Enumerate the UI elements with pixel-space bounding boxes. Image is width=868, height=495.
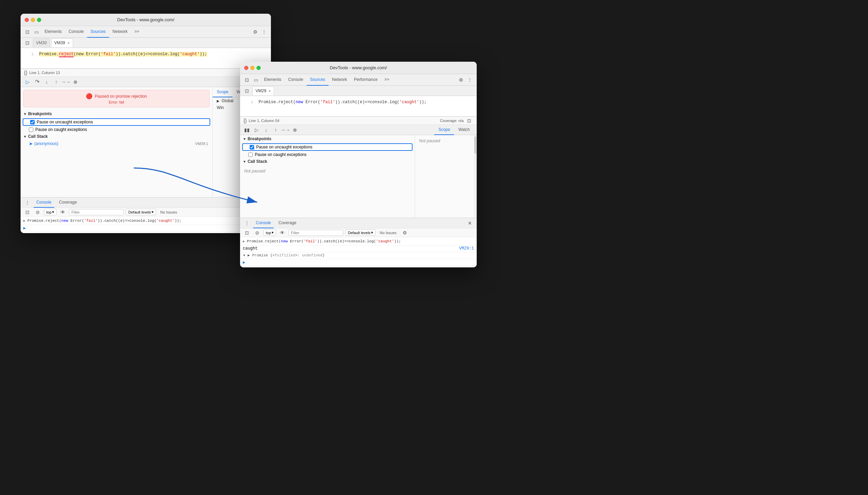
device-icon[interactable]: ▭ [32,28,40,36]
breakpoint-caught-label-1: Pause on caught exceptions [35,127,87,132]
inspect-icon-2[interactable]: ⊡ [243,76,251,84]
console-toolbar-2: ⋮ Console Coverage ✕ [240,218,477,228]
clear-console-2[interactable]: ⊘ [253,229,261,237]
coverage-tab-1[interactable]: Coverage [56,197,80,208]
breakpoint-caught-checkbox-1[interactable] [29,128,33,132]
devtools-window-2: DevTools - www.google.com/ ⊡ ▭ Elements … [240,62,477,267]
default-levels-label-1: Default levels [128,210,151,214]
breakpoint-uncaught-checkbox-1[interactable] [30,120,35,124]
top-dropdown-1[interactable]: top ▾ [44,209,57,215]
coverage-settings-2[interactable]: ⊡ [465,117,473,125]
step-over-btn-2[interactable]: ↓ [262,126,270,134]
step-over-btn-1[interactable]: ↷ [33,78,41,86]
file-tab-vm39-label: VM39 [54,40,65,45]
file-tab-vm29[interactable]: VM29 ✕ [252,86,274,95]
scrollbar-2[interactable] [474,135,477,218]
close-tab-vm29[interactable]: ✕ [268,89,271,93]
tab-bar-1: Elements Console Sources Network >> [41,26,250,38]
settings-icon-1[interactable]: ⚙ [251,28,259,36]
close-button-2[interactable] [244,66,248,70]
step-btn-1[interactable]: →→ [62,78,70,86]
device-icon-2[interactable]: ▭ [252,76,260,84]
eye-btn-2[interactable]: 👁 [278,229,286,237]
scope-tab-2[interactable]: Scope [434,125,454,135]
levels-arrow-2: ▾ [371,230,373,235]
default-levels-btn-1[interactable]: Default levels ▾ [126,209,156,215]
maximize-button-1[interactable] [37,18,41,22]
tab-bar-2: Elements Console Sources Network Perform… [261,74,456,86]
callstack-triangle-1: ▼ [23,135,27,138]
tab-network-1[interactable]: Network [109,26,131,38]
tab-elements-2[interactable]: Elements [261,74,285,86]
filter-input-1[interactable] [69,209,124,215]
step-into-btn-1[interactable]: ↓ [43,78,51,86]
maximize-button-2[interactable] [257,66,261,70]
more-icon-1[interactable]: ⋮ [260,28,268,36]
tab-elements-1[interactable]: Elements [41,26,65,38]
filter-input-2[interactable] [288,230,343,236]
console-tab-1[interactable]: Console [34,197,54,208]
pause-overlay-btn-2[interactable]: ▮▮ [243,126,251,134]
tab-more-2[interactable]: >> [381,74,393,86]
tab-console-2[interactable]: Console [285,74,307,86]
close-button-1[interactable] [25,18,29,22]
tab-performance-2[interactable]: Performance [350,74,381,86]
scrollbar-thumb-2[interactable] [474,136,476,154]
left-debug-panel-1: 🔴 Paused on promise rejection Error: fai… [21,87,213,197]
step-out-btn-2[interactable]: ↑ [272,126,280,134]
minimize-button-1[interactable] [31,18,35,22]
file-tab-vm30[interactable]: VM30 [33,38,50,47]
traffic-lights-1 [25,18,41,22]
breakpoint-caught-1[interactable]: Pause on caught exceptions [21,126,212,133]
watch-tab-2[interactable]: Watch [454,125,474,135]
tab-console-1[interactable]: Console [65,26,87,38]
console-settings-2[interactable]: ⚙ [401,229,409,237]
resume-btn-2[interactable]: ▷ [252,126,261,134]
eye-btn-1[interactable]: 👁 [59,208,67,216]
console-more-2[interactable]: ⋮ [243,219,251,227]
tab-sources-1[interactable]: Sources [87,26,109,38]
deactivate-btn-2[interactable]: ⊗ [291,126,299,134]
sidebar-toggle-1[interactable]: ⊡ [23,39,32,47]
breakpoint-caught-2[interactable]: Pause on caught exceptions [240,152,415,158]
line-number-2: 1 [243,100,253,104]
console-tab-2[interactable]: Console [253,218,274,228]
close-console-2[interactable]: ✕ [466,219,474,227]
dropdown-arrow-1: ▾ [52,210,54,214]
resume-btn-1[interactable]: ▷ [23,78,32,86]
top-dropdown-2[interactable]: top ▾ [263,229,276,236]
step-out-btn-1[interactable]: ↑ [52,78,60,86]
callstack-label-2: Call Stack [248,159,267,164]
close-tab-vm39[interactable]: ✕ [67,41,70,45]
inspect-icon[interactable]: ⊡ [23,28,32,36]
console-line-item-1: ▶ Promise.reject(new Error('fail')).catc… [21,218,271,225]
breakpoint-uncaught-2[interactable]: Pause on uncaught exceptions [242,143,413,151]
tab-network-2[interactable]: Network [329,74,350,86]
breakpoint-caught-checkbox-2[interactable] [248,153,253,157]
settings-icon-2[interactable]: ⚙ [457,76,465,84]
callstack-header-1[interactable]: ▼ Call Stack [21,133,212,140]
file-tab-vm39[interactable]: VM39 ✕ [51,38,73,47]
more-icon-2[interactable]: ⋮ [466,76,474,84]
vm29-link-2[interactable]: VM29:1 [459,246,474,251]
step-btn-2[interactable]: →→ [281,126,289,134]
sidebar-toggle-console-2[interactable]: ⊡ [243,229,251,237]
breakpoint-uncaught-checkbox-2[interactable] [250,145,254,149]
breakpoint-uncaught-1[interactable]: Pause on uncaught exceptions [23,118,210,126]
default-levels-btn-2[interactable]: Default levels ▾ [345,229,376,236]
callstack-header-2[interactable]: ▼ Call Stack [240,158,415,165]
breakpoint-caught-label-2: Pause on caught exceptions [255,152,307,157]
sidebar-toggle-2[interactable]: ⊡ [243,87,251,95]
minimize-button-2[interactable] [250,66,254,70]
breakpoints-header-1[interactable]: ▼ Breakpoints [21,110,212,118]
coverage-tab-2[interactable]: Coverage [276,218,299,228]
tab-more-1[interactable]: >> [131,26,143,38]
deactivate-btn-1[interactable]: ⊗ [71,78,80,86]
breakpoints-header-2[interactable]: ▼ Breakpoints [240,135,415,143]
sidebar-toggle-console-1[interactable]: ⊡ [23,208,32,216]
clear-console-1[interactable]: ⊘ [34,208,42,216]
scope-tab-1[interactable]: Scope [213,87,233,97]
tab-sources-2[interactable]: Sources [307,74,329,86]
console-more-1[interactable]: ⋮ [23,198,32,207]
callstack-item-1[interactable]: ➤ (anonymous) VM39:1 [21,140,212,147]
